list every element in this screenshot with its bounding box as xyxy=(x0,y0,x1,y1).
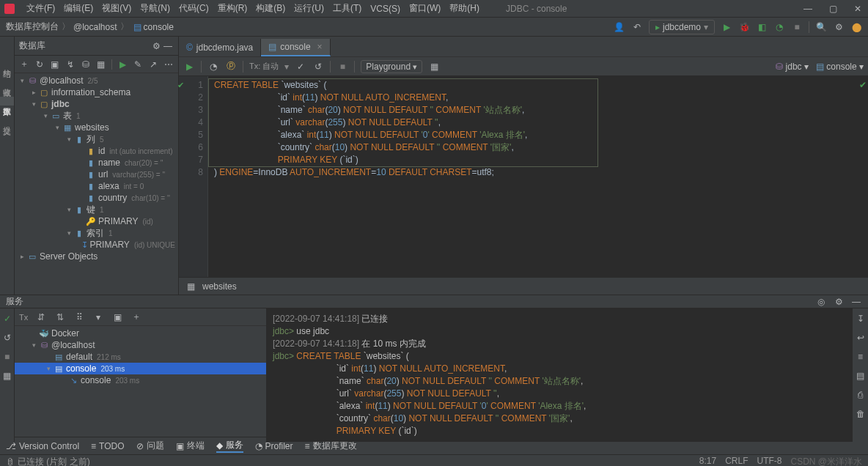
tree-key[interactable]: 🔑PRIMARY(id) xyxy=(15,215,178,227)
tree-col[interactable]: ▮namechar(20) = '' xyxy=(15,157,178,169)
back-arrow-icon[interactable]: ↶ xyxy=(631,21,643,33)
gear-icon[interactable]: ⚙ xyxy=(150,40,162,52)
maximize-icon[interactable]: ▢ xyxy=(827,3,839,15)
tab-close-icon[interactable]: × xyxy=(317,42,323,52)
settings-icon[interactable]: ⚙ xyxy=(833,21,845,33)
cancel-icon[interactable]: ■ xyxy=(336,61,348,73)
execute-icon[interactable]: ▶ xyxy=(183,61,195,73)
filter-icon[interactable]: ⛁ xyxy=(81,59,90,70)
tree-tables[interactable]: ▾▭表1 xyxy=(15,110,178,122)
scroll-icon[interactable]: ↧ xyxy=(855,313,867,325)
tree-col[interactable]: ▮countrychar(10) = '' xyxy=(15,192,178,204)
profile-icon[interactable]: ◔ xyxy=(773,21,785,33)
tree-schema-jdbc[interactable]: ▾▢jdbc xyxy=(15,98,178,110)
commit-icon[interactable]: ✓ xyxy=(295,61,306,73)
user-add-icon[interactable]: 👤 xyxy=(614,21,625,33)
tool-terminal[interactable]: ▣终端 xyxy=(176,440,205,452)
tree-server-objects[interactable]: ▸▭Server Objects xyxy=(15,251,178,262)
tree-columns[interactable]: ▾▮列5 xyxy=(15,133,178,145)
diagram-icon[interactable]: ▦ xyxy=(96,59,106,70)
menu-navigate[interactable]: 导航(N) xyxy=(136,2,174,15)
layout-icon[interactable]: ▦ xyxy=(1,370,13,382)
tree-index[interactable]: ↧PRIMARY(id) UNIQUE xyxy=(15,239,178,251)
tool-todo[interactable]: ≡TODO xyxy=(91,441,124,451)
services-console-output[interactable]: [2022-09-07 14:41:18] 已连接jdbc> use jdbc[… xyxy=(267,308,852,442)
result-tab-websites[interactable]: websites xyxy=(202,281,237,292)
add-icon[interactable]: ＋ xyxy=(19,59,29,70)
svc-localhost[interactable]: ▾⛁@localhost xyxy=(15,339,266,351)
tree-keys[interactable]: ▾▮键1 xyxy=(15,204,178,215)
menu-help[interactable]: 帮助(H) xyxy=(445,2,484,15)
menu-run[interactable]: 运行(U) xyxy=(290,2,328,15)
run-icon[interactable]: ▶ xyxy=(721,21,732,33)
commit-icon[interactable]: ✓ xyxy=(1,313,13,325)
vtab-structure[interactable]: 结构 xyxy=(0,59,14,67)
cancel-icon[interactable]: ■ xyxy=(1,351,13,363)
code-editor[interactable]: ✔12345678 CREATE TABLE `websites` ( `id`… xyxy=(179,76,868,277)
svc-console-child[interactable]: ↘console203 ms xyxy=(15,374,266,386)
vtab-bookmark[interactable]: 收藏 xyxy=(0,78,14,86)
status-enc[interactable]: UTF-8 xyxy=(757,456,781,466)
tree-col[interactable]: ▮alexaint = 0 xyxy=(15,180,178,192)
menu-window[interactable]: 窗口(W) xyxy=(405,2,445,15)
avatar-icon[interactable]: ⬤ xyxy=(850,21,862,33)
menu-view[interactable]: 视图(V) xyxy=(98,2,136,15)
tool-vcs[interactable]: ⎇Version Control xyxy=(6,441,79,451)
tool-services[interactable]: ◆服务 xyxy=(216,439,243,453)
menu-refactor[interactable]: 重构(R) xyxy=(213,2,252,15)
playground-toggle[interactable]: Playground ▾ xyxy=(361,60,422,73)
tab-jdbcdemo[interactable]: ©jdbcdemo.java xyxy=(179,39,261,56)
status-pos[interactable]: 8:17 xyxy=(699,456,716,466)
history-icon[interactable]: ◔ xyxy=(207,61,219,73)
tool-profiler[interactable]: ◔Profiler xyxy=(255,441,293,451)
rollback-icon[interactable]: ↺ xyxy=(1,332,13,344)
status-crlf[interactable]: CRLF xyxy=(725,456,748,466)
menu-edit[interactable]: 编辑(E) xyxy=(59,2,98,15)
dsn-console[interactable]: ▤ console ▾ xyxy=(816,62,864,72)
tree-schema[interactable]: ▸▢information_schema xyxy=(15,86,178,98)
gear-icon[interactable]: ⚙ xyxy=(833,296,845,308)
tree-col[interactable]: ▮urlvarchar(255) = '' xyxy=(15,169,178,180)
tree-table-websites[interactable]: ▾▦websites xyxy=(15,122,178,133)
svc-docker[interactable]: 🐳Docker xyxy=(15,328,266,339)
run-config-dropdown[interactable]: ▸jdbcdemo▾ xyxy=(649,20,715,34)
breadcrumb-a[interactable]: 数据库控制台 xyxy=(6,21,59,33)
layout-icon[interactable]: ▦ xyxy=(428,61,440,73)
minimize-panel-icon[interactable]: — xyxy=(162,40,174,52)
tx-icon[interactable]: ↯ xyxy=(65,59,75,70)
wrap-icon[interactable]: ↩ xyxy=(855,332,867,344)
menu-code[interactable]: 代码(C) xyxy=(174,2,213,15)
breadcrumb-b[interactable]: @localhost xyxy=(73,22,117,32)
stop-icon[interactable]: ▣ xyxy=(50,59,59,70)
output-icon[interactable]: ▤ xyxy=(855,370,867,382)
tree-indexes[interactable]: ▾▮索引1 xyxy=(15,227,178,239)
add-icon[interactable]: ＋ xyxy=(130,311,142,323)
target-icon[interactable]: ◎ xyxy=(815,296,827,308)
filter-icon[interactable]: ▾ xyxy=(92,311,104,323)
vtab-database[interactable]: 数据库 xyxy=(0,97,14,106)
menu-tools[interactable]: 工具(T) xyxy=(328,2,366,15)
menu-vcs[interactable]: VCS(S) xyxy=(366,4,405,14)
database-tree[interactable]: ▾⛁@localhost2/5 ▸▢information_schema ▾▢j… xyxy=(15,73,178,295)
layers-icon[interactable]: ≡ xyxy=(855,351,867,363)
collapse-icon[interactable]: ⇅ xyxy=(54,311,66,323)
minimize-icon[interactable]: — xyxy=(802,3,814,15)
close-icon[interactable]: ✕ xyxy=(852,3,864,15)
tab-console[interactable]: ▤console× xyxy=(261,39,330,56)
clear-icon[interactable]: 🗑 xyxy=(855,408,867,420)
tool-problems[interactable]: ⊘问题 xyxy=(136,440,164,452)
more-icon[interactable]: ⋯ xyxy=(164,59,174,70)
menu-build[interactable]: 构建(B) xyxy=(251,2,290,15)
print-icon[interactable]: ⎙ xyxy=(855,389,867,401)
minimize-panel-icon[interactable]: — xyxy=(850,296,862,308)
explain-icon[interactable]: ⓟ xyxy=(225,61,237,73)
tree-root[interactable]: ▾⛁@localhost2/5 xyxy=(15,75,178,86)
stop-icon[interactable]: ■ xyxy=(791,21,803,33)
query-run-icon[interactable]: ▶ xyxy=(118,59,128,70)
group-icon[interactable]: ⠿ xyxy=(73,311,85,323)
svc-console[interactable]: ▾▤console203 ms xyxy=(15,363,266,374)
coverage-icon[interactable]: ◧ xyxy=(756,21,768,33)
dsn-jdbc[interactable]: ⛁ jdbc ▾ xyxy=(776,62,809,72)
search-icon[interactable]: 🔍 xyxy=(815,21,827,33)
tx-mode[interactable]: Tx: 自动 xyxy=(249,61,279,72)
